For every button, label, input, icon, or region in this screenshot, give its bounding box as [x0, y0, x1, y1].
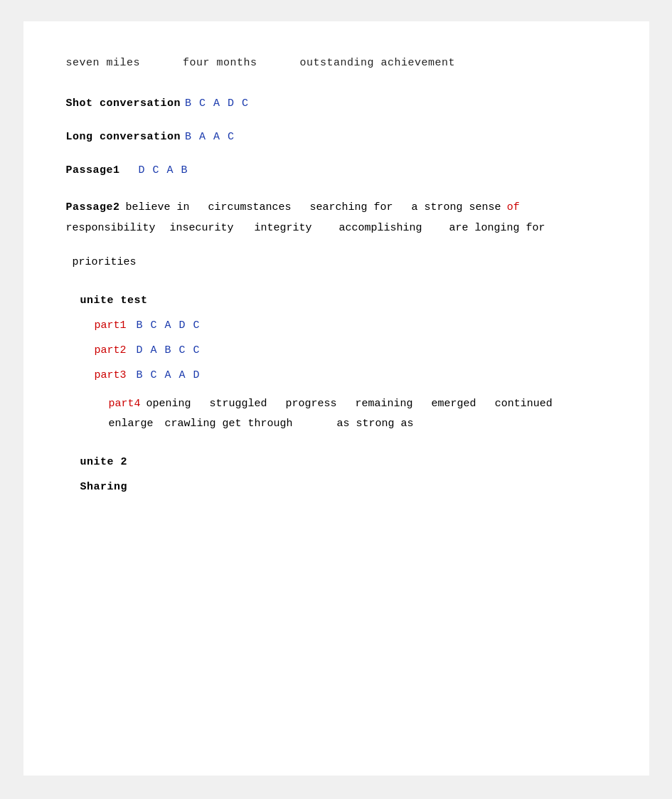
passage2-section: Passage2 believe in circumstances search… [66, 198, 607, 273]
part3-row: part3 B C A A D [95, 369, 607, 381]
page: seven miles four months outstanding achi… [23, 21, 649, 776]
part3-answers: B C A A D [137, 369, 201, 381]
header-item1: seven miles [66, 57, 141, 69]
part4-word5: emerged [419, 394, 476, 415]
shot-conversation-row: Shot conversation B C A D C [66, 97, 607, 110]
part1-label: part1 [95, 319, 127, 332]
long-conversation-answers: B A A C [185, 131, 235, 143]
passage2-row2: responsibility insecurity integrity acco… [66, 218, 607, 273]
part4-word7: enlarge [109, 414, 154, 435]
header-line: seven miles four months outstanding achi… [66, 57, 607, 69]
long-conversation-row: Long conversation B A A C [66, 131, 607, 143]
part4-label: part4 [109, 394, 141, 415]
passage2-word9: accomplishing [326, 218, 422, 239]
part3-label: part3 [95, 369, 127, 381]
part4-word1: opening [146, 394, 191, 415]
unite2-section: unite 2 [80, 456, 607, 468]
part2-row: part2 D A B C C [95, 344, 607, 356]
part4-word8: crawling get through [165, 414, 293, 435]
part2-label: part2 [95, 344, 127, 356]
unite2-label: unite 2 [80, 456, 607, 468]
shot-conversation-answers: B C A D C [185, 97, 249, 110]
part4-word9: as strong as [337, 414, 414, 435]
passage2-word4: a strong sense [399, 198, 501, 218]
part1-row: part1 B C A D C [95, 319, 607, 332]
passage1-section: Passage1 D C A B [66, 164, 607, 176]
shot-conversation-section: Shot conversation B C A D C [66, 97, 607, 110]
part4-section: part4 opening struggled progress remaini… [109, 394, 607, 435]
shot-conversation-label: Shot conversation [66, 97, 181, 110]
part4-word6: continued [482, 394, 553, 415]
passage2-word10: are longing for [437, 218, 545, 239]
long-conversation-section: Long conversation B A A C [66, 131, 607, 143]
part1-answers: B C A D C [137, 319, 201, 332]
passage2-word5: of [507, 198, 520, 218]
passage2-label: Passage2 [66, 198, 120, 218]
part4-word3: progress [273, 394, 337, 415]
passage1-label: Passage1 [66, 164, 120, 176]
passage2-word2: circumstances [196, 198, 292, 218]
header-item3: outstanding achievement [300, 57, 456, 69]
passage2-word11: priorities [66, 253, 137, 273]
part4-row2: enlarge crawling get through as strong a… [109, 414, 607, 435]
passage2-word8: integrity [248, 218, 312, 239]
passage2-word1: believe in [126, 198, 190, 218]
passage2-word3: searching for [297, 198, 393, 218]
passage2-row1: Passage2 believe in circumstances search… [66, 198, 607, 218]
header-item2: four months [183, 57, 257, 69]
passage2-word7: insecurity [170, 218, 234, 239]
part4-row1: part4 opening struggled progress remaini… [109, 394, 607, 415]
long-conversation-label: Long conversation [66, 131, 181, 143]
part4-word2: struggled [197, 394, 267, 415]
part2-answers: D A B C C [137, 344, 201, 356]
sharing-label: Sharing [80, 481, 607, 493]
passage1-row: Passage1 D C A B [66, 164, 607, 176]
passage1-answers: D C A B [124, 164, 188, 176]
part4-word4: remaining [343, 394, 413, 415]
passage2-word6: responsibility [66, 218, 156, 239]
sharing-section: Sharing [80, 481, 607, 493]
unite-test-label: unite test [80, 295, 607, 307]
unite-test-section: unite test part1 B C A D C part2 D A B C… [80, 295, 607, 435]
